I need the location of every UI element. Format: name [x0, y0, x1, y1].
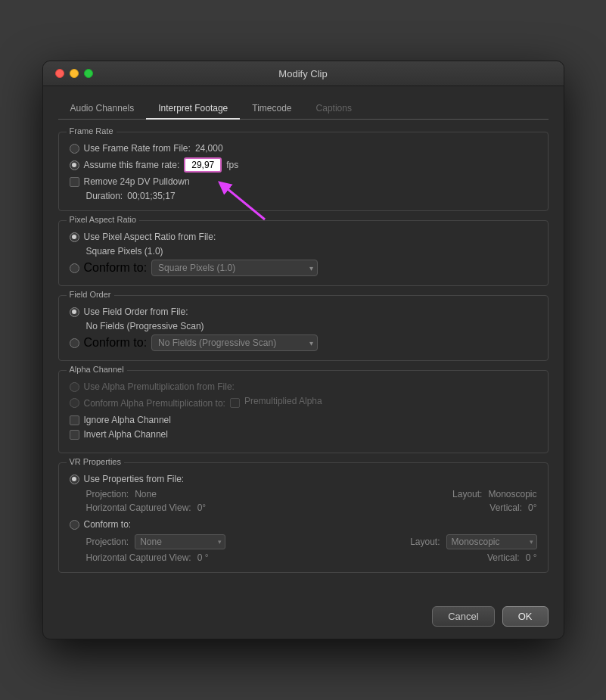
use-frame-rate-row: Use Frame Rate from File: 24,000 — [70, 143, 537, 154]
field-order-sub-label: No Fields (Progressive Scan) — [86, 321, 537, 331]
tab-captions: Captions — [304, 98, 364, 120]
frame-rate-input[interactable] — [184, 157, 222, 173]
cancel-button[interactable]: Cancel — [432, 606, 494, 627]
use-pixel-aspect-row: Use Pixel Aspect Ratio from File: — [70, 232, 537, 242]
use-vr-props-radio[interactable] — [70, 474, 79, 484]
tab-timecode[interactable]: Timecode — [240, 98, 303, 120]
vr-layout-value: Monoscopic — [488, 489, 536, 499]
duration-row: Duration: 00;01;35;17 — [86, 191, 537, 201]
vr-properties-title: VR Properties — [67, 457, 124, 466]
use-pixel-aspect-label: Use Pixel Aspect Ratio from File: — [84, 232, 216, 242]
conform-alpha-premult-label: Conform Alpha Premultiplication to: — [84, 398, 225, 409]
field-conform-select-wrapper: No Fields (Progressive Scan) — [151, 334, 318, 351]
use-frame-rate-label: Use Frame Rate from File: — [84, 143, 191, 154]
use-field-order-label: Use Field Order from File: — [84, 306, 188, 317]
vr-projection-select[interactable]: None — [135, 534, 225, 549]
vr-conform-v-row: Vertical: 0 ° — [487, 552, 537, 563]
vr-layout-row: Layout: Monoscopic — [452, 489, 536, 499]
field-conform-label: Conform to: — [84, 336, 148, 350]
vr-h-capture-row: Horizontal Captured View: 0° — [86, 502, 207, 513]
use-vr-props-label: Use Properties from File: — [84, 474, 185, 484]
use-frame-rate-radio[interactable] — [70, 144, 79, 154]
remove-pulldown-label: Remove 24p DV Pulldown — [84, 176, 190, 187]
assume-frame-rate-label: Assume this frame rate: — [84, 160, 180, 170]
vr-conform-h-value: 0 ° — [197, 552, 209, 563]
vr-conform-layout-label: Layout: — [410, 537, 440, 547]
invert-alpha-checkbox[interactable] — [70, 430, 79, 440]
conform-alpha-premult-radio — [70, 398, 79, 408]
vr-conform-h-row: Horizontal Captured View: 0 ° — [86, 552, 209, 563]
use-vr-props-row: Use Properties from File: — [70, 474, 537, 484]
vr-projection-select-wrapper: None — [135, 534, 225, 549]
vr-projection-row: Projection: None — [86, 489, 157, 499]
premultiplied-alpha-checkbox — [230, 398, 240, 408]
use-alpha-premult-label: Use Alpha Premultiplication from File: — [84, 381, 235, 392]
tab-interpret-footage[interactable]: Interpret Footage — [146, 98, 240, 120]
vr-vertical-value: 0° — [528, 502, 536, 513]
frame-rate-section: Frame Rate Use Frame Rate from File: 24,… — [58, 132, 549, 211]
assume-frame-rate-radio[interactable] — [70, 160, 79, 170]
vr-conform-label: Conform to: — [84, 519, 132, 530]
vr-layout-select[interactable]: Monoscopic — [446, 534, 537, 549]
vr-vertical-row: Vertical: 0° — [489, 502, 536, 513]
use-field-order-radio[interactable] — [70, 307, 79, 317]
vr-conform-projection-row: Projection: None — [86, 534, 226, 549]
vr-properties-section: VR Properties Use Properties from File: … — [58, 462, 549, 573]
maximize-button[interactable] — [84, 69, 93, 78]
pixel-conform-row: Conform to: Square Pixels (1.0) — [70, 260, 537, 276]
vr-vertical-label: Vertical: — [489, 502, 522, 513]
fps-unit: fps — [226, 160, 238, 170]
premultiplied-alpha-label: Premultiplied Alpha — [244, 396, 322, 406]
field-conform-select[interactable]: No Fields (Progressive Scan) — [151, 334, 318, 351]
vr-properties-content: Use Properties from File: Projection: No… — [70, 474, 537, 563]
pixel-conform-select[interactable]: Square Pixels (1.0) — [151, 260, 318, 276]
vr-conform-radio[interactable] — [70, 520, 79, 530]
use-pixel-aspect-radio[interactable] — [70, 232, 79, 242]
pixel-conform-radio[interactable] — [70, 263, 79, 273]
footer: Cancel OK — [43, 597, 564, 639]
vr-layout-label: Layout: — [452, 489, 482, 499]
pixel-aspect-content: Use Pixel Aspect Ratio from File: Square… — [70, 232, 537, 276]
remove-pulldown-checkbox[interactable] — [70, 177, 79, 187]
conform-alpha-premultiplication-row: Conform Alpha Premultiplication to: Prem… — [70, 396, 537, 410]
ignore-alpha-checkbox[interactable] — [70, 415, 79, 425]
field-conform-row: Conform to: No Fields (Progressive Scan) — [70, 334, 537, 351]
traffic-lights — [55, 69, 93, 78]
alpha-channel-title: Alpha Channel — [67, 365, 127, 374]
alpha-channel-content: Use Alpha Premultiplication from File: C… — [70, 381, 537, 440]
assume-frame-rate-row: Assume this frame rate: fps — [70, 157, 537, 173]
vr-conform-row: Conform to: — [70, 519, 537, 530]
pixel-aspect-title: Pixel Aspect Ratio — [67, 215, 140, 224]
vr-projection-value: None — [135, 489, 157, 499]
use-alpha-premultiplication-row: Use Alpha Premultiplication from File: — [70, 381, 537, 392]
tab-audio-channels[interactable]: Audio Channels — [58, 98, 147, 120]
field-order-title: Field Order — [67, 290, 114, 299]
duration-value: 00;01;35;17 — [127, 191, 175, 201]
vr-h-capture-label: Horizontal Captured View: — [86, 502, 191, 513]
use-frame-rate-value: 24,000 — [195, 143, 223, 154]
vr-conform-h-label: Horizontal Captured View: — [86, 552, 191, 563]
minimize-button[interactable] — [70, 69, 79, 78]
frame-rate-content: Use Frame Rate from File: 24,000 Assume … — [70, 143, 537, 201]
pixel-conform-label: Conform to: — [84, 261, 148, 275]
tab-bar: Audio Channels Interpret Footage Timecod… — [58, 98, 549, 120]
ignore-alpha-label: Ignore Alpha Channel — [84, 415, 171, 425]
field-conform-radio[interactable] — [70, 338, 79, 348]
title-bar: Modify Clip — [43, 61, 564, 86]
vr-conform-projection-label: Projection: — [86, 537, 129, 547]
pixel-aspect-ratio-section: Pixel Aspect Ratio Use Pixel Aspect Rati… — [58, 220, 549, 286]
pixel-aspect-sub-label: Square Pixels (1.0) — [86, 246, 537, 257]
field-order-content: Use Field Order from File: No Fields (Pr… — [70, 306, 537, 351]
vr-conform-layout-row: Layout: Monoscopic — [410, 534, 536, 549]
vr-projection-label: Projection: — [86, 489, 129, 499]
ignore-alpha-row: Ignore Alpha Channel — [70, 415, 537, 425]
ok-button[interactable]: OK — [502, 606, 549, 627]
use-alpha-premult-radio — [70, 382, 79, 392]
vr-h-capture-value: 0° — [197, 502, 206, 513]
field-order-section: Field Order Use Field Order from File: N… — [58, 295, 549, 361]
vr-conform-v-value: 0 ° — [526, 552, 537, 563]
close-button[interactable] — [55, 69, 64, 78]
pixel-conform-select-wrapper: Square Pixels (1.0) — [151, 260, 318, 276]
frame-rate-title: Frame Rate — [67, 126, 117, 135]
invert-alpha-row: Invert Alpha Channel — [70, 429, 537, 440]
